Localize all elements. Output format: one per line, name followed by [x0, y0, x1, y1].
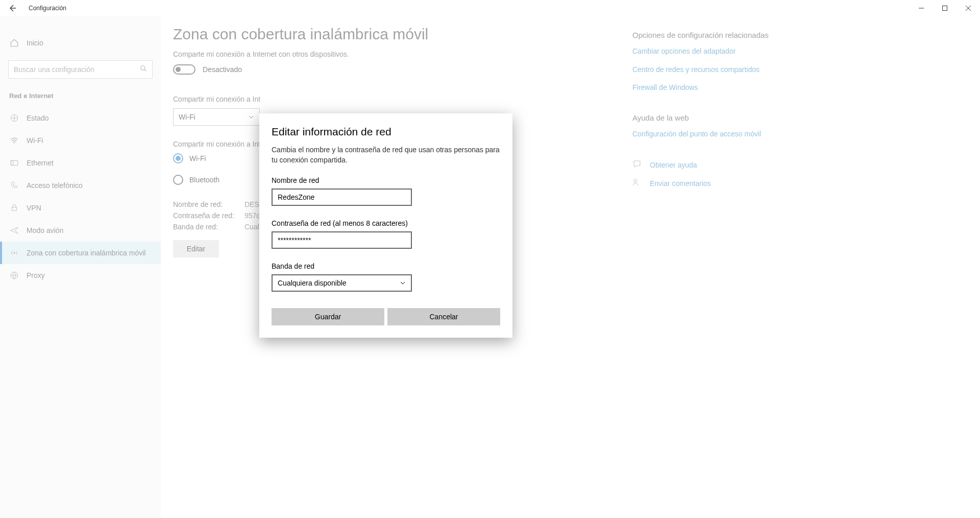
- network-band-label: Banda de red: [272, 262, 500, 270]
- back-button[interactable]: [0, 4, 24, 12]
- modal-desc: Cambia el nombre y la contraseña de red …: [272, 145, 500, 165]
- save-button[interactable]: Guardar: [272, 308, 384, 325]
- edit-network-modal: Editar información de red Cambia el nomb…: [259, 113, 512, 338]
- network-band-select[interactable]: Cualquiera disponible: [272, 274, 412, 292]
- network-band-value: Cualquiera disponible: [278, 279, 347, 287]
- chevron-down-icon: [400, 280, 406, 286]
- titlebar: Configuración: [0, 0, 980, 16]
- modal-overlay: Editar información de red Cambia el nomb…: [0, 16, 980, 518]
- modal-title: Editar información de red: [272, 126, 500, 138]
- maximize-button[interactable]: [933, 0, 957, 16]
- close-button[interactable]: [957, 0, 980, 16]
- network-name-label: Nombre de red: [272, 176, 500, 184]
- network-password-input[interactable]: [272, 231, 412, 249]
- network-name-input[interactable]: [272, 189, 412, 206]
- minimize-button[interactable]: [910, 0, 933, 16]
- network-password-label: Contraseña de red (al menos 8 caracteres…: [272, 219, 500, 227]
- window-title: Configuración: [24, 5, 66, 12]
- svg-rect-0: [943, 6, 947, 11]
- cancel-button[interactable]: Cancelar: [387, 308, 500, 325]
